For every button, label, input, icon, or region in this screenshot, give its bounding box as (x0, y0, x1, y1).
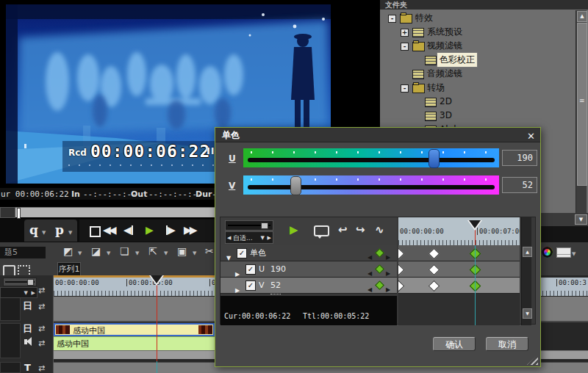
fade-tool-icon[interactable]: ◪ (91, 245, 101, 257)
keyframe-lane-v[interactable] (398, 278, 520, 294)
keyframe-scrollbar[interactable]: ▲ ▼ (521, 217, 531, 325)
keyframe-timeline[interactable]: 00:00:00:00 00:00:07:00 (398, 217, 520, 325)
play-button[interactable]: ▶ (146, 224, 154, 236)
set-out-dropdown-caret[interactable]: ▼ (68, 230, 72, 236)
checkbox-checked[interactable]: ✓ (237, 248, 247, 258)
cancel-button[interactable]: 取消 (486, 337, 528, 351)
layout-tool-caret[interactable]: ▼ (572, 251, 576, 257)
u-slider-handle[interactable] (429, 149, 440, 168)
scrollbar-thumb[interactable] (577, 23, 587, 186)
tree-scrollbar[interactable]: ▲ (576, 10, 587, 213)
tree-item-label-selected[interactable]: 色彩校正 (437, 53, 477, 67)
set-in-dropdown-caret[interactable]: ▼ (42, 230, 46, 236)
prev-frame-button[interactable]: ◀ (123, 224, 133, 236)
keyframe-diamond[interactable] (398, 247, 404, 259)
keyframe-diamond[interactable] (429, 264, 440, 275)
redo-icon[interactable]: ↪ (356, 223, 365, 236)
kf-scroll-up[interactable]: ▲ (523, 247, 532, 257)
add-keyframe-icon[interactable] (375, 264, 384, 274)
dropdown-caret[interactable]: ▼ (24, 290, 28, 296)
marker-tool-caret[interactable]: ▼ (78, 250, 82, 256)
close-icon[interactable]: ✕ (527, 129, 535, 144)
stop-button[interactable] (90, 226, 101, 237)
v-value-field[interactable]: 52 (502, 177, 537, 193)
u-value-field[interactable]: 190 (502, 150, 537, 166)
keyframe-row-v[interactable]: ▶ ✓ V 52 ◀ ▶ (220, 278, 397, 294)
save-caret[interactable]: ▼ (193, 250, 196, 256)
color-correction-icon[interactable] (542, 247, 553, 258)
scissors-icon[interactable]: ✂ (205, 245, 214, 257)
playhead-line[interactable] (157, 278, 157, 361)
keyframe-lane-u[interactable] (398, 261, 520, 278)
sync-arrows-icon[interactable]: ⇄ (38, 302, 45, 311)
panel-menu-button[interactable]: ▼ (575, 214, 587, 225)
keyframe-diamond[interactable] (398, 280, 404, 291)
layout-tool-icon[interactable] (556, 247, 571, 258)
tree-item-audio-filters[interactable]: 音频滤镜 (380, 67, 573, 81)
dropdown-caret[interactable]: ▼ (261, 235, 265, 241)
export-caret[interactable]: ▼ (164, 250, 168, 256)
sync-arrows-icon[interactable]: ⇄ (38, 324, 45, 333)
sequence-tab[interactable]: 序列1 (57, 262, 81, 275)
new-sequence-caret[interactable]: ▼ (135, 250, 139, 256)
tree-item-system-presets[interactable]: + 系统预设 (380, 25, 573, 39)
kf-playhead-handle[interactable] (467, 220, 482, 231)
expander-icon[interactable]: - (401, 43, 409, 51)
keyframe-play-icon[interactable]: ▶ (290, 223, 298, 236)
track-mute-cell[interactable] (0, 362, 21, 373)
checkbox-checked[interactable]: ✓ (245, 280, 256, 291)
row-value[interactable]: 190 (270, 261, 286, 278)
tree-item-video-filters[interactable]: - 视频滤镜 (380, 39, 573, 53)
timeline-fit-dropdown[interactable]: ▼ ▶ (0, 287, 37, 298)
expander-icon[interactable]: - (401, 84, 409, 93)
tree-item-transitions[interactable]: - 转场 (380, 81, 573, 95)
fast-forward-button[interactable]: ▶▶ (184, 224, 196, 236)
checkbox-checked[interactable]: ✓ (245, 264, 256, 275)
track-mute-cell[interactable] (0, 323, 21, 358)
confirm-button[interactable]: 确认 (433, 337, 476, 351)
keyframe-diamond[interactable] (398, 264, 404, 275)
resize-grip[interactable] (527, 355, 538, 365)
new-sequence-icon[interactable]: ❏ (120, 245, 129, 257)
v-slider-handle[interactable] (290, 176, 301, 195)
keyframe-zoom-slider[interactable] (225, 220, 273, 231)
tree-item-2d[interactable]: 2D (380, 95, 573, 109)
keyframe-row-u[interactable]: ▶ ✓ U 190 ◀ ▶ (220, 261, 397, 278)
expander-icon[interactable]: + (401, 29, 409, 37)
comment-bubble-icon[interactable] (314, 225, 329, 236)
audio-clip[interactable]: 感动中国 (54, 336, 215, 351)
expander-icon[interactable]: - (388, 15, 396, 23)
add-keyframe-icon[interactable] (375, 248, 384, 258)
timeline-zoom-slider[interactable] (3, 278, 37, 286)
dropdown-next[interactable]: ▶ (268, 235, 271, 241)
sync-arrows-icon[interactable]: ⇄ (38, 363, 45, 373)
dropdown-next[interactable]: ▶ (32, 290, 35, 296)
tree-item-label[interactable]: 视频滤镜 (427, 39, 462, 53)
curve-editor-icon[interactable]: ∿ (375, 223, 384, 236)
video-clip[interactable]: 感动中国 (54, 323, 215, 336)
set-in-button[interactable]: q (29, 222, 38, 237)
tree-item-color-correction[interactable]: 色彩校正 (380, 53, 573, 67)
tree-item-3d[interactable]: 3D (380, 109, 573, 123)
tree-item-label[interactable]: 3D (440, 109, 452, 123)
sync-arrows-icon[interactable]: ⇄ (38, 286, 45, 295)
tree-item-effects[interactable]: - 特效 (380, 11, 573, 25)
export-icon[interactable]: ⇱ (148, 245, 157, 257)
kf-scroll-down[interactable]: ▼ (523, 308, 532, 319)
tree-item-label[interactable]: 音频滤镜 (427, 67, 462, 81)
v-slider-track[interactable] (243, 175, 499, 195)
set-out-button[interactable]: p (55, 222, 64, 237)
marker-tool-icon[interactable]: ◩ (63, 245, 73, 257)
keyframe-fit-dropdown[interactable]: ◀ 自适... ▼ ▶ (225, 231, 273, 244)
sync-arrows-icon[interactable]: ⇄ (38, 338, 45, 348)
add-keyframe-icon[interactable] (375, 280, 384, 290)
fade-tool-caret[interactable]: ▼ (107, 250, 110, 256)
keyframe-ruler[interactable]: 00:00:00:00 00:00:07:00 (398, 217, 520, 245)
dialog-title-bar[interactable]: 单色 ✕ (215, 128, 540, 142)
kf-playhead-line[interactable] (475, 245, 476, 325)
tree-item-label[interactable]: 特效 (415, 11, 433, 25)
undo-icon[interactable]: ↩ (338, 223, 348, 236)
save-icon[interactable]: ▣ (177, 245, 187, 257)
tree-item-label[interactable]: 2D (440, 95, 452, 109)
scrubber-position-marker[interactable] (17, 208, 21, 219)
